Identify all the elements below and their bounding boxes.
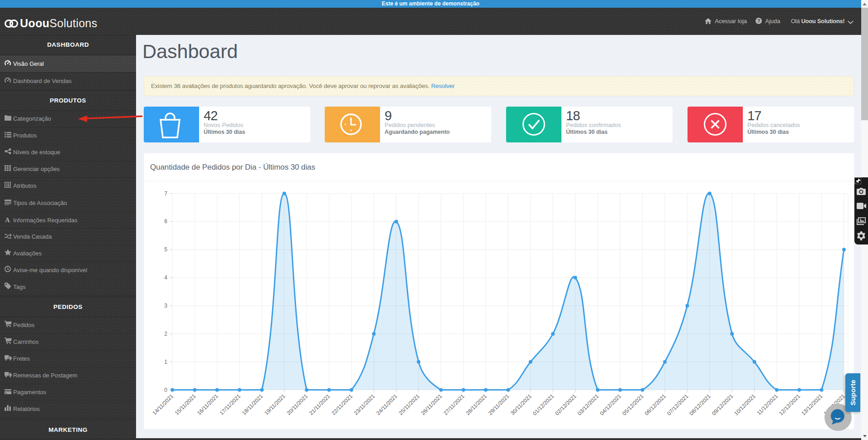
svg-text:02/12/2021: 02/12/2021 [554,393,578,417]
svg-text:26/11/2021: 26/11/2021 [420,393,444,416]
svg-text:27/11/2021: 27/11/2021 [442,393,466,416]
svg-text:16/11/2021: 16/11/2021 [196,393,219,416]
svg-text:5: 5 [164,246,167,253]
svg-text:11/12/2021: 11/12/2021 [756,393,779,416]
svg-text:6: 6 [164,218,167,225]
svg-text:21/11/2021: 21/11/2021 [308,393,332,416]
svg-text:23/11/2021: 23/11/2021 [353,393,376,416]
svg-text:1: 1 [164,359,167,365]
svg-text:05/12/2021: 05/12/2021 [621,393,645,417]
svg-text:?: ? [757,19,760,24]
svg-text:19/11/2021: 19/11/2021 [263,393,287,416]
svg-text:12/12/2021: 12/12/2021 [778,393,802,417]
svg-text:17/11/2021: 17/11/2021 [218,393,242,416]
svg-text:4: 4 [164,274,167,281]
svg-text:04/12/2021: 04/12/2021 [599,393,623,417]
svg-text:01/12/2021: 01/12/2021 [532,393,556,417]
svg-text:0: 0 [164,387,167,393]
svg-text:13/12/2021: 13/12/2021 [800,393,824,417]
svg-text:10/12/2021: 10/12/2021 [733,393,757,417]
svg-text:09/12/2021: 09/12/2021 [711,393,735,417]
svg-text:28/11/2021: 28/11/2021 [464,393,488,416]
svg-text:07/12/2021: 07/12/2021 [666,393,690,417]
svg-text:24/11/2021: 24/11/2021 [375,393,399,416]
svg-text:14/11/2021: 14/11/2021 [151,393,175,416]
svg-text:29/11/2021: 29/11/2021 [487,393,511,416]
svg-text:30/11/2021: 30/11/2021 [509,393,533,416]
svg-text:25/11/2021: 25/11/2021 [397,393,421,416]
svg-text:15/11/2021: 15/11/2021 [174,393,197,416]
svg-text:3: 3 [164,303,167,309]
svg-text:08/12/2021: 08/12/2021 [688,393,712,417]
svg-text:03/12/2021: 03/12/2021 [576,393,600,417]
svg-text:2: 2 [164,331,167,337]
svg-text:7: 7 [164,191,167,197]
svg-text:22/11/2021: 22/11/2021 [330,393,354,416]
svg-text:06/12/2021: 06/12/2021 [644,393,668,417]
svg-text:20/11/2021: 20/11/2021 [286,393,309,416]
svg-text:18/11/2021: 18/11/2021 [241,393,264,416]
